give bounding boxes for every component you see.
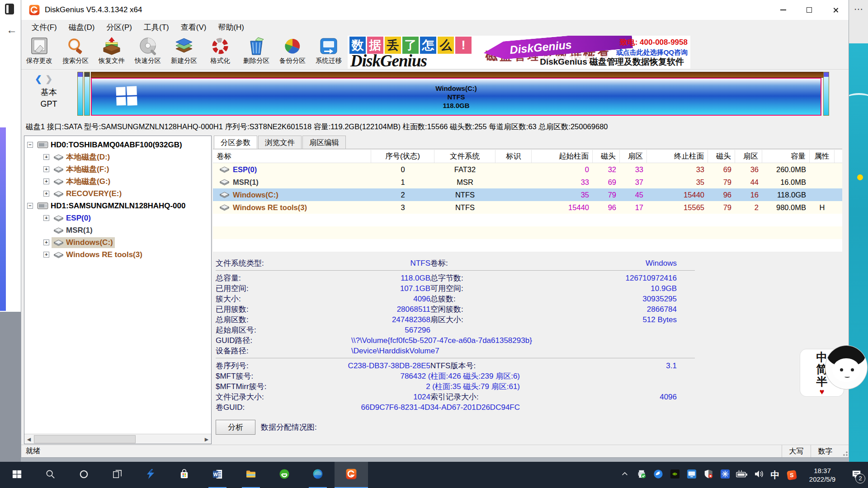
- column-header-3[interactable]: 标识: [495, 150, 532, 163]
- table-row-msr[interactable]: MSR(1)1MSR33693735794416.0MB: [213, 176, 842, 188]
- menu-file[interactable]: 文件(F): [26, 20, 63, 35]
- format-button[interactable]: 格式化: [202, 35, 238, 69]
- diskgenius-taskbar-button[interactable]: [335, 462, 368, 488]
- save-changes-button[interactable]: 保存更改: [21, 35, 57, 69]
- tab-sector-edit[interactable]: 扇区编辑: [302, 136, 346, 149]
- nvidia-tray-button[interactable]: [666, 462, 683, 488]
- collapse-icon[interactable]: −: [27, 203, 33, 209]
- scroll-right-button[interactable]: ▶: [202, 435, 211, 444]
- microsoft-store-button[interactable]: [167, 462, 201, 488]
- printer-tray-button[interactable]: [633, 462, 650, 488]
- promo-banner[interactable]: 磁盘管理及数据恢复 DiskGenius 数据丢了怎么! DiskGenius …: [348, 36, 690, 69]
- expand-icon[interactable]: +: [43, 215, 49, 221]
- table-row-windows-re[interactable]: Windows RE tools(3)3NTFS1544096171556579…: [213, 201, 842, 214]
- tree-item-recovery-e[interactable]: +RECOVERY(E:): [24, 188, 211, 200]
- tree-item-hd1[interactable]: −HD1:SAMSUNGMZNLN128HAHQ-000: [24, 200, 211, 212]
- tree-item-local-disk-d[interactable]: +本地磁盘(D:): [24, 151, 211, 163]
- table-row-esp[interactable]: ESP(0)0FAT3203233336936260.0MB: [213, 163, 842, 176]
- minimize-button[interactable]: [770, 0, 796, 20]
- delete-partition-button[interactable]: 删除分区: [238, 35, 274, 69]
- column-header-11[interactable]: 属性: [810, 150, 835, 163]
- sogou-tray-button[interactable]: S: [783, 462, 800, 488]
- menu-partition[interactable]: 分区(P): [100, 20, 138, 35]
- new-partition-icon: [174, 37, 194, 56]
- column-header-5[interactable]: 磁头: [593, 150, 620, 163]
- column-header-1[interactable]: 序号(状态): [371, 150, 434, 163]
- recover-files-button[interactable]: 恢复文件: [94, 35, 130, 69]
- edge-button[interactable]: [301, 462, 335, 488]
- table-cell: 35: [647, 178, 708, 187]
- messenger-tray-button[interactable]: [650, 462, 666, 488]
- column-header-2[interactable]: 文件系统: [434, 150, 495, 163]
- column-header-0[interactable]: 卷标: [213, 150, 371, 163]
- file-explorer-button[interactable]: [234, 462, 268, 488]
- column-header-6[interactable]: 扇区: [620, 150, 647, 163]
- quick-partition-button[interactable]: 快速分区: [130, 35, 166, 69]
- menu-view[interactable]: 查看(V): [175, 20, 212, 35]
- tab-browse-files[interactable]: 浏览文件: [258, 136, 302, 149]
- menu-disk[interactable]: 磁盘(D): [63, 20, 101, 35]
- prev-disk-arrow[interactable]: ❮: [35, 74, 42, 84]
- back-arrow-icon[interactable]: ←: [6, 23, 17, 36]
- column-header-8[interactable]: 磁头: [708, 150, 735, 163]
- scroll-left-button[interactable]: ◀: [24, 435, 33, 444]
- partition-bar-windows-c[interactable]: Windows(C:) NTFS 118.0GB: [91, 78, 821, 116]
- tree-horizontal-scrollbar[interactable]: ◀ ▶: [24, 434, 211, 444]
- notification-center-button[interactable]: 2: [844, 462, 868, 488]
- expand-icon[interactable]: +: [43, 252, 49, 258]
- tree-item-msr-1[interactable]: MSR(1): [24, 224, 211, 236]
- collapse-icon[interactable]: −: [27, 142, 33, 148]
- tray-expand-button[interactable]: [616, 462, 633, 488]
- resize-grip[interactable]: [840, 445, 849, 457]
- search-partition-button[interactable]: 搜索分区: [57, 35, 94, 69]
- menu-tools[interactable]: 工具(T): [138, 20, 175, 35]
- backup-partition-button[interactable]: 备份分区: [274, 35, 311, 69]
- snowflake-tray-button[interactable]: [717, 462, 733, 488]
- cortana-button[interactable]: [67, 462, 100, 488]
- word-button[interactable]: W: [201, 462, 234, 488]
- browser-360-button[interactable]: [268, 462, 301, 488]
- tree-item-esp-0[interactable]: +ESP(0): [24, 212, 211, 224]
- background-more-icon[interactable]: ⋯: [849, 4, 868, 14]
- tab-partition-params[interactable]: 分区参数: [214, 136, 257, 149]
- tree-item-windows-c[interactable]: +Windows(C:): [24, 236, 211, 249]
- close-button[interactable]: [822, 0, 849, 20]
- column-header-10[interactable]: 容量: [762, 150, 810, 163]
- taskbar-clock[interactable]: 18:372022/5/9: [803, 466, 842, 483]
- ime-indicator[interactable]: 中: [767, 462, 783, 488]
- tree-item-windows-re-tools[interactable]: +Windows RE tools(3): [24, 249, 211, 261]
- column-header-7[interactable]: 终止柱面: [647, 150, 708, 163]
- battery-tray-button[interactable]: [733, 462, 750, 488]
- security-shield-icon: [703, 469, 713, 481]
- thunder-app-button[interactable]: [134, 462, 167, 488]
- partition-bar-esp[interactable]: [77, 72, 83, 116]
- tree-item-local-disk-g[interactable]: +本地磁盘(G:): [24, 175, 211, 188]
- intel-graphics-tray-button[interactable]: [683, 462, 700, 488]
- menu-help[interactable]: 帮助(H): [212, 20, 250, 35]
- column-header-9[interactable]: 扇区: [735, 150, 762, 163]
- column-header-4[interactable]: 起始柱面: [532, 150, 593, 163]
- scrollbar-thumb[interactable]: [34, 435, 136, 443]
- new-partition-button[interactable]: 新建分区: [166, 35, 202, 69]
- analyze-button[interactable]: 分析: [216, 420, 255, 435]
- next-disk-arrow[interactable]: ❯: [45, 74, 52, 84]
- expand-icon[interactable]: +: [43, 239, 49, 245]
- security-tray-button[interactable]: [700, 462, 717, 488]
- taskbar-search-button[interactable]: [33, 462, 67, 488]
- volume-tray-button[interactable]: [750, 462, 767, 488]
- expand-icon[interactable]: +: [43, 191, 49, 197]
- notification-badge: 2: [855, 474, 865, 483]
- tree-item-hd0[interactable]: −HD0:TOSHIBAMQ04ABF100(932GB): [24, 139, 211, 151]
- expand-icon[interactable]: +: [43, 154, 49, 160]
- tree-item-local-disk-f[interactable]: +本地磁盘(F:): [24, 163, 211, 175]
- start-button[interactable]: [0, 462, 33, 488]
- expand-icon[interactable]: +: [43, 166, 49, 172]
- expand-icon[interactable]: +: [43, 178, 49, 184]
- task-view-button[interactable]: [100, 462, 134, 488]
- disk-type-label: 基本 GPT: [28, 86, 69, 110]
- system-migrate-button[interactable]: 系统迁移: [311, 35, 347, 69]
- partition-bar-msr[interactable]: [84, 72, 90, 116]
- table-row-windows-c[interactable]: Windows(C:)2NTFS357945154409616118.0GB: [213, 188, 842, 201]
- maximize-button[interactable]: [796, 0, 822, 20]
- partition-bar-re-tools[interactable]: [823, 72, 829, 116]
